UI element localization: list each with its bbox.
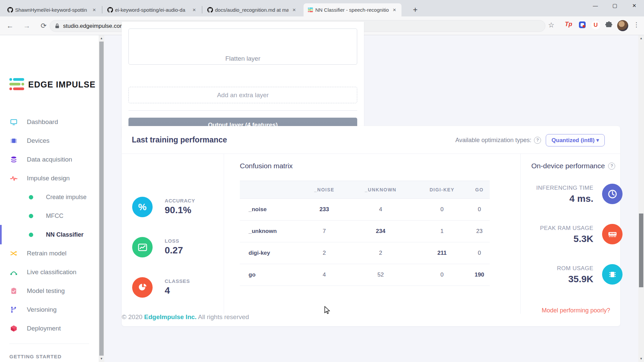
optimization-types-label: Available optimization types:	[455, 137, 532, 144]
metric-label: LOSS	[165, 238, 183, 244]
extension-u-icon[interactable]: U	[591, 21, 600, 29]
metric-label: INFERENCING TIME	[504, 185, 593, 191]
sidebar-item-create-impulse[interactable]: Create impulse	[0, 188, 99, 206]
network-architecture-card: Flatten layer Add an extra layer Output …	[122, 22, 364, 139]
model-performing-poorly-link[interactable]: Model performing poorly?	[542, 307, 610, 314]
cell: 0	[469, 242, 490, 264]
sidebar-item-deployment[interactable]: Deployment	[0, 319, 99, 338]
tab-close-icon[interactable]: ×	[290, 6, 298, 14]
cell: 0	[469, 199, 490, 221]
tab-close-icon[interactable]: ×	[391, 6, 398, 14]
sidebar-item-label: Versioning	[27, 306, 57, 313]
metric-label: ROM USAGE	[504, 265, 593, 272]
status-dot-icon	[29, 233, 33, 237]
window-maximize-button[interactable]: ▢	[605, 0, 625, 11]
on-device-title-text: On-device performance	[531, 162, 605, 170]
sidebar-item-dashboard[interactable]: Dashboard	[0, 113, 99, 131]
extension-card-icon[interactable]	[578, 21, 586, 30]
add-extra-layer-button[interactable]: Add an extra layer	[128, 87, 357, 103]
sidebar-divider	[9, 344, 89, 344]
tab-title: docs/audio_recognition.md at ma	[215, 7, 288, 13]
on-device-performance-title: On-device performance ?	[531, 162, 615, 170]
line-chart-icon	[132, 237, 153, 257]
optimization-select[interactable]: Quantized (int8) ▾	[546, 134, 605, 146]
tab-4-active[interactable]: NN Classifier - speech-recognitio ×	[304, 3, 401, 16]
table-row: _noise 233 4 0 0	[240, 199, 490, 221]
cell: 52	[346, 264, 415, 286]
col-header: DIGI-KEY	[415, 181, 469, 199]
tab-close-icon[interactable]: ×	[91, 6, 98, 14]
window-minimize-button[interactable]: —	[586, 0, 605, 11]
window-close-button[interactable]: ✕	[625, 0, 644, 11]
sidebar-item-impulse-design[interactable]: Impulse design	[0, 169, 99, 188]
metric-value: 5.3K	[504, 234, 593, 244]
sidebar-item-label: Model testing	[27, 287, 65, 295]
forward-button[interactable]: →	[21, 20, 32, 31]
git-branch-icon	[10, 306, 17, 313]
metric-label: ACCURACY	[165, 198, 195, 203]
new-tab-button[interactable]: +	[410, 5, 421, 15]
tab-3[interactable]: docs/audio_recognition.md at ma ×	[203, 3, 301, 16]
sidebar-item-nn-classifier[interactable]: NN Classifier	[0, 225, 99, 244]
sidebar-item-live-classification[interactable]: Live classification	[0, 263, 99, 282]
sidebar-item-model-testing[interactable]: Model testing	[0, 282, 99, 300]
shuffle-icon	[10, 250, 17, 257]
tab-2[interactable]: ei-keyword-spotting/ei-audio-da ×	[103, 3, 201, 16]
sidebar-item-label: Retrain model	[27, 250, 66, 257]
sidebar-item-retrain-model[interactable]: Retrain model	[0, 244, 99, 263]
help-icon[interactable]: ?	[534, 137, 541, 144]
sidebar-subitem-label: MFCC	[46, 213, 63, 220]
tab-strip: ShawnHymel/ei-keyword-spottin × ei-keywo…	[0, 0, 644, 16]
extension-tp-icon[interactable]: Tp	[565, 21, 572, 28]
back-button[interactable]: ←	[5, 20, 15, 31]
sidebar-item-label: Impulse design	[27, 175, 70, 182]
browser-menu-icon[interactable]: ⋮	[633, 21, 640, 28]
sidebar-item-versioning[interactable]: Versioning	[0, 300, 99, 319]
cell: 2	[346, 242, 415, 264]
sidebar-scrollbar-thumb[interactable]	[99, 42, 104, 356]
add-layer-label: Add an extra layer	[217, 92, 269, 99]
page-scrollbar-thumb[interactable]	[639, 214, 643, 287]
cell: 234	[346, 221, 415, 242]
sidebar-item-data-acquisition[interactable]: Data acquisition	[0, 150, 99, 169]
clipboard-check-icon	[10, 287, 17, 295]
rom-usage-metric: ROM USAGE 35.9K	[504, 265, 593, 285]
getting-started-header: GETTING STARTED	[9, 354, 62, 359]
table-row: _unknown 7 234 1 23	[240, 221, 490, 242]
tab-close-icon[interactable]: ×	[191, 6, 198, 14]
sidebar-subitem-label: NN Classifier	[46, 231, 84, 238]
logo-text: EDGE IMPULSE	[28, 80, 96, 89]
edge-impulse-logo[interactable]: EDGE IMPULSE	[9, 78, 96, 91]
bookmark-star-icon[interactable]: ☆	[548, 21, 554, 29]
company-link[interactable]: EdgeImpulse Inc.	[144, 313, 197, 320]
col-header	[240, 181, 302, 199]
flatten-layer-block[interactable]: Flatten layer	[128, 28, 357, 65]
scroll-down-icon[interactable]: ▼	[99, 356, 104, 362]
github-icon	[7, 7, 13, 13]
sidebar-scrollbar[interactable]: ▲ ▼	[99, 35, 104, 362]
peak-ram-metric: PEAK RAM USAGE 5.3K	[504, 225, 593, 244]
scroll-up-icon[interactable]: ▲	[99, 35, 104, 42]
sidebar-item-devices[interactable]: Devices	[0, 131, 99, 150]
scroll-down-icon[interactable]: ▼	[638, 356, 644, 362]
cube-icon	[10, 325, 17, 332]
loss-metric: LOSS0.27	[132, 237, 183, 257]
tab-title: ShawnHymel/ei-keyword-spottin	[15, 7, 89, 13]
copyright-footer: © 2020 EdgeImpulse Inc. All rights reser…	[122, 313, 249, 321]
accuracy-metric: % ACCURACY90.1%	[132, 197, 195, 217]
extensions-puzzle-icon[interactable]	[605, 21, 613, 30]
page-scrollbar[interactable]: ▲ ▼	[638, 35, 644, 362]
profile-avatar[interactable]	[617, 20, 628, 31]
sidebar-item-label: Dashboard	[27, 118, 58, 126]
sidebar-item-mfcc[interactable]: MFCC	[0, 206, 99, 225]
rom-chip-icon	[602, 264, 623, 285]
tab-title: NN Classifier - speech-recognitio	[315, 7, 389, 13]
url-domain: studio.edgeimpulse.com	[63, 23, 124, 29]
classes-metric: CLASSES4	[132, 277, 190, 298]
cell: 190	[469, 264, 490, 286]
reload-button[interactable]: ⟳	[38, 20, 49, 31]
col-header: GO	[469, 181, 490, 199]
tab-1[interactable]: ShawnHymel/ei-keyword-spottin ×	[3, 3, 101, 16]
help-icon[interactable]: ?	[608, 163, 615, 170]
scroll-up-icon[interactable]: ▲	[638, 35, 644, 42]
